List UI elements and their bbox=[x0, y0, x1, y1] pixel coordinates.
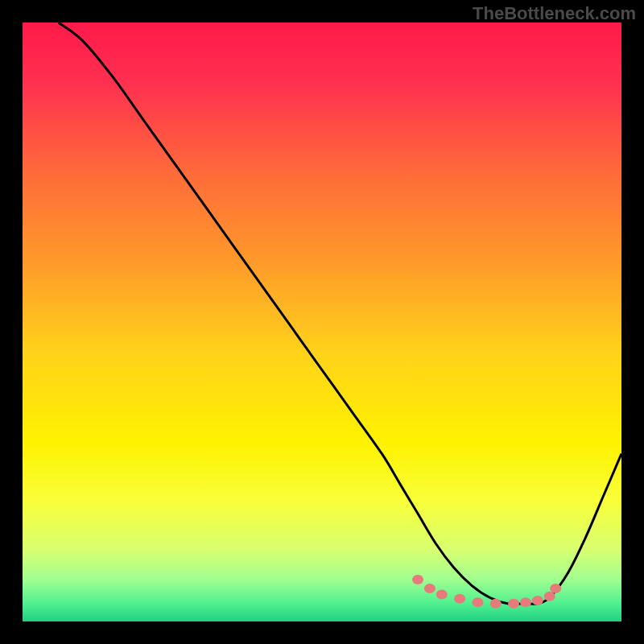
marker-dot bbox=[520, 597, 531, 607]
optimal-markers bbox=[412, 575, 561, 609]
marker-dot bbox=[532, 596, 543, 605]
marker-dot bbox=[454, 594, 465, 604]
marker-dot bbox=[508, 599, 519, 609]
plot-area bbox=[23, 23, 621, 621]
marker-dot bbox=[490, 599, 502, 609]
marker-dot bbox=[550, 584, 561, 593]
marker-dot bbox=[472, 597, 483, 607]
chart-container: TheBottleneck.com bbox=[0, 0, 644, 644]
curve-layer bbox=[23, 23, 621, 621]
watermark-text: TheBottleneck.com bbox=[473, 3, 636, 24]
marker-dot bbox=[412, 575, 423, 584]
marker-dot bbox=[424, 584, 436, 593]
marker-dot bbox=[436, 590, 448, 600]
bottleneck-curve bbox=[59, 23, 621, 604]
